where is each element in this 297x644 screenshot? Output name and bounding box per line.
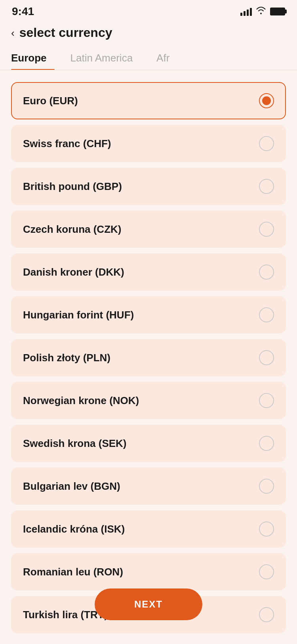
currency-label-eur: Euro (EUR) <box>23 95 78 107</box>
currency-item-dkk[interactable]: Danish kroner (DKK) <box>11 253 286 291</box>
currency-item-huf[interactable]: Hungarian forint (HUF) <box>11 296 286 334</box>
currency-item-ron[interactable]: Romanian leu (RON) <box>11 553 286 590</box>
tabs-container: Europe Latin America Afr <box>0 46 297 70</box>
tab-latin-america[interactable]: Latin America <box>70 46 141 70</box>
status-icons <box>240 6 285 17</box>
currency-label-sek: Swedish krona (SEK) <box>23 437 127 450</box>
currency-label-isk: Icelandic króna (ISK) <box>23 523 125 535</box>
tab-afr[interactable]: Afr <box>156 46 177 70</box>
status-bar: 9:41 <box>0 0 297 21</box>
next-button[interactable]: NEXT <box>95 588 202 620</box>
currency-label-ron: Romanian leu (RON) <box>23 566 123 578</box>
currency-item-sek[interactable]: Swedish krona (SEK) <box>11 425 286 462</box>
radio-czk <box>259 222 274 237</box>
battery-icon <box>270 8 285 15</box>
currency-label-gbp: British pound (GBP) <box>23 180 122 193</box>
currency-item-gbp[interactable]: British pound (GBP) <box>11 168 286 205</box>
back-button[interactable]: ‹ <box>11 28 15 38</box>
currency-label-chf: Swiss franc (CHF) <box>23 138 111 150</box>
radio-bgn <box>259 479 274 494</box>
radio-eur <box>259 93 274 108</box>
radio-huf <box>259 307 274 322</box>
currency-label-huf: Hungarian forint (HUF) <box>23 309 134 321</box>
next-button-container: NEXT <box>0 588 297 620</box>
currency-item-isk[interactable]: Icelandic króna (ISK) <box>11 510 286 548</box>
radio-nok <box>259 393 274 408</box>
tab-europe[interactable]: Europe <box>11 46 55 70</box>
radio-isk <box>259 521 274 537</box>
radio-pln <box>259 350 274 365</box>
radio-chf <box>259 136 274 151</box>
radio-sek <box>259 436 274 451</box>
header: ‹ select currency <box>0 21 297 46</box>
signal-icon <box>240 7 252 16</box>
page-title: select currency <box>19 25 112 40</box>
currency-label-nok: Norwegian krone (NOK) <box>23 395 139 407</box>
wifi-icon <box>256 6 266 17</box>
currency-item-pln[interactable]: Polish złoty (PLN) <box>11 339 286 376</box>
currency-item-czk[interactable]: Czech koruna (CZK) <box>11 211 286 248</box>
currency-item-nok[interactable]: Norwegian krone (NOK) <box>11 382 286 419</box>
currency-label-bgn: Bulgarian lev (BGN) <box>23 480 120 493</box>
radio-gbp <box>259 179 274 194</box>
currency-label-dkk: Danish kroner (DKK) <box>23 266 124 278</box>
currency-label-czk: Czech koruna (CZK) <box>23 223 121 236</box>
currency-item-chf[interactable]: Swiss franc (CHF) <box>11 125 286 162</box>
currency-item-eur[interactable]: Euro (EUR) <box>11 82 286 119</box>
currency-label-pln: Polish złoty (PLN) <box>23 352 110 364</box>
status-time: 9:41 <box>12 5 34 18</box>
radio-dkk <box>259 264 274 280</box>
radio-ron <box>259 564 274 579</box>
currency-item-bgn[interactable]: Bulgarian lev (BGN) <box>11 468 286 505</box>
currency-list: Euro (EUR) Swiss franc (CHF) British pou… <box>0 82 297 633</box>
